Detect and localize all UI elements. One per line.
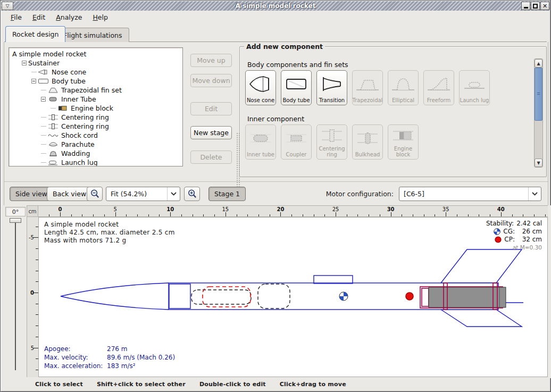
fin-bottom[interactable]	[441, 310, 522, 327]
tree-item-parachute[interactable]: Parachute	[9, 140, 182, 149]
button-label: Trapezoidal	[353, 98, 383, 104]
add-elliptical-button[interactable]: Elliptical	[388, 70, 419, 105]
tree-connector	[51, 108, 56, 109]
add-trapezoidal-button[interactable]: Trapezoidal	[352, 70, 383, 105]
rocket-info-line: A simple model rocket	[44, 221, 175, 229]
ruler-tick	[247, 214, 248, 216]
menu-item-file[interactable]: File	[6, 12, 26, 23]
zoom-out-button[interactable]	[87, 187, 103, 201]
menu-item-edit[interactable]: Edit	[28, 12, 49, 23]
motor-body[interactable]	[429, 287, 506, 307]
trapezoidal-icon	[355, 71, 380, 98]
engineblock-icon	[57, 105, 69, 112]
add-nose-cone-button[interactable]: Nose cone	[245, 70, 276, 105]
ruler-tick	[82, 214, 82, 216]
tree-item-engine-block[interactable]: Engine block	[9, 104, 182, 113]
tree-expander-icon[interactable]	[22, 61, 27, 65]
nose-cone-outline[interactable]	[61, 283, 169, 310]
tab-flight-simulations[interactable]: Flight simulations	[56, 28, 129, 42]
cg-label: CG:	[503, 228, 515, 236]
fin-top[interactable]	[441, 249, 522, 283]
add-bulkhead-button[interactable]: Bulkhead	[352, 124, 383, 160]
section-inner-component-label: Inner component	[247, 115, 304, 123]
add-centering-ring-button[interactable]: Centering ring	[316, 124, 347, 160]
back-view-button[interactable]: Back view	[47, 187, 92, 201]
flight-row: Max. velocity:89.6 m/s (Mach 0.26)	[44, 353, 175, 362]
ruler-tick	[214, 214, 215, 216]
flight-row: Max. acceleration:183 m/s²	[44, 362, 175, 370]
menu-item-analyze[interactable]: Analyze	[52, 12, 86, 23]
tree-item-inner-tube[interactable]: Inner Tube	[9, 95, 182, 104]
window-menu-icon[interactable]: ▽	[2, 2, 13, 10]
tree-expander-icon[interactable]	[41, 97, 46, 102]
add-inner-tube-button[interactable]: Inner tube	[245, 124, 276, 160]
menu-item-help[interactable]: Help	[88, 12, 112, 23]
bodytube-icon	[284, 71, 308, 98]
tab-rocket-design[interactable]: Rocket design	[5, 26, 65, 42]
new-stage-button[interactable]: New stage	[190, 126, 232, 139]
component-tree[interactable]: A simple model rocketSustainerNose coneB…	[9, 47, 183, 166]
cg-value: 26 cm	[517, 228, 542, 236]
minimize-button[interactable]	[521, 2, 530, 10]
body-component-buttons: Nose coneBody tubeTransitionTrapezoidalE…	[245, 70, 490, 105]
add-launch-lug-button[interactable]: Launch lug	[459, 70, 490, 105]
ruler-tick	[523, 214, 523, 216]
close-button[interactable]: ✕	[540, 2, 549, 10]
ruler-tick	[357, 214, 358, 216]
scroll-up-icon[interactable]: ▲	[535, 59, 542, 68]
title-bar[interactable]: ▽ A simple model rocket ✕	[1, 1, 550, 11]
add-engine-block-button[interactable]: Engine block	[388, 124, 419, 160]
tree-item-trapezoidal-fin-set[interactable]: Trapezoidal fin set	[9, 86, 182, 95]
nosecone-icon	[248, 71, 273, 98]
tree-item-sustainer[interactable]: Sustainer	[9, 59, 182, 68]
zoom-level-combobox[interactable]: Fit (54.2%)	[106, 187, 180, 201]
rotation-angle-field[interactable]: 0°	[5, 207, 26, 216]
tree-item-nose-cone[interactable]: Nose cone	[9, 68, 182, 77]
rocket-info-text: A simple model rocketLength 42.5 cm, max…	[44, 221, 175, 245]
launch-lug-outline[interactable]	[314, 276, 353, 283]
stage-1-toggle[interactable]: Stage 1	[208, 187, 246, 201]
tree-item-body-tube[interactable]: Body tube	[9, 77, 182, 86]
motor-configuration-combobox[interactable]: [C6-5]	[399, 187, 541, 201]
add-coupler-button[interactable]: Coupler	[281, 124, 312, 160]
tree-expander-icon[interactable]	[31, 79, 36, 84]
tree-item-launch-lug[interactable]: Launch lug	[9, 158, 182, 166]
move-down-button[interactable]: Move down	[190, 74, 232, 87]
coupler-icon	[284, 125, 308, 152]
ruler-tick	[336, 212, 336, 216]
ruler-tick	[181, 214, 182, 216]
rotation-slider[interactable]	[7, 218, 23, 373]
rocket-drawing[interactable]: A simple model rocketLength 42.5 cm, max…	[38, 217, 548, 377]
scrollbar-thumb[interactable]	[535, 68, 542, 121]
ruler-tick	[446, 212, 446, 216]
tree-item-centering-ring[interactable]: Centering ring	[9, 113, 182, 122]
tree-action-buttons: Move upMove downEditNew stageDelete	[187, 47, 236, 170]
wadding-icon	[47, 150, 59, 157]
add-body-tube-button[interactable]: Body tube	[281, 70, 312, 105]
flight-label: Max. acceleration:	[44, 362, 107, 370]
ruler-tick	[303, 214, 303, 216]
rotation-slider-track[interactable]	[15, 220, 16, 370]
ruler-tick	[148, 214, 149, 216]
zoom-in-button[interactable]	[184, 187, 200, 201]
add-freeform-button[interactable]: Freeform	[423, 70, 454, 105]
ruler-label: -5	[29, 235, 34, 240]
ruler-tick	[93, 214, 94, 216]
tree-item-centering-ring[interactable]: Centering ring	[9, 122, 182, 131]
tree-item-wadding[interactable]: Wadding	[9, 149, 182, 158]
move-up-button[interactable]: Move up	[190, 54, 232, 67]
add-transition-button[interactable]: Transition	[316, 70, 347, 105]
scrollbar-track[interactable]	[535, 121, 542, 159]
maximize-button[interactable]	[531, 2, 540, 10]
tree-connector	[31, 72, 37, 72]
ruler-tick	[479, 214, 479, 216]
delete-button[interactable]: Delete	[190, 151, 232, 164]
inner-component-buttons: Inner tubeCouplerCentering ringBulkheadE…	[245, 124, 419, 160]
ruler-label: 10	[166, 206, 174, 212]
tree-item-shock-cord[interactable]: Shock cord	[9, 131, 182, 140]
component-panel-scrollbar[interactable]: ▲ ▼	[534, 59, 543, 168]
tree-root[interactable]: A simple model rocket	[9, 49, 182, 59]
edit-button[interactable]: Edit	[190, 102, 232, 115]
scroll-down-icon[interactable]: ▼	[535, 159, 542, 167]
rotation-slider-handle[interactable]	[10, 218, 21, 223]
